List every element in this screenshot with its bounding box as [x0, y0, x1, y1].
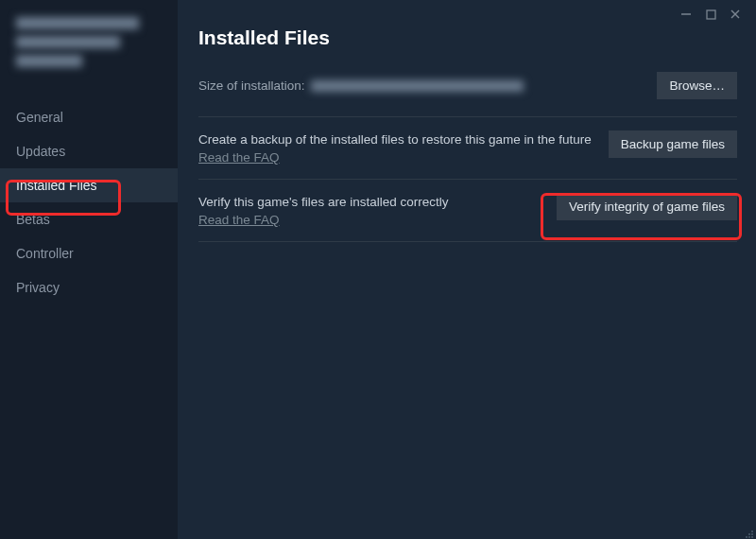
close-button[interactable]	[728, 7, 743, 22]
sidebar-item-updates[interactable]: Updates	[0, 134, 178, 168]
sidebar-item-installed-files[interactable]: Installed Files	[0, 168, 178, 202]
sidebar-item-controller[interactable]: Controller	[0, 236, 178, 270]
backup-faq-link[interactable]: Read the FAQ	[198, 150, 280, 165]
size-value-redacted	[311, 80, 524, 92]
verify-section: Verify this game's files are installed c…	[198, 179, 737, 242]
svg-point-4	[751, 530, 753, 532]
verify-desc: Verify this game's files are installed c…	[198, 193, 545, 211]
svg-point-9	[751, 536, 753, 538]
svg-point-8	[748, 536, 750, 538]
browse-button[interactable]: Browse…	[657, 72, 737, 99]
minimize-button[interactable]	[679, 7, 694, 22]
resize-grip[interactable]	[743, 526, 754, 537]
backup-game-files-button[interactable]: Backup game files	[609, 130, 737, 158]
svg-point-7	[746, 536, 747, 538]
verify-faq-link[interactable]: Read the FAQ	[198, 213, 280, 227]
page-title: Installed Files	[198, 26, 737, 49]
sidebar-item-general[interactable]: General	[0, 100, 178, 134]
sidebar: General Updates Installed Files Betas Co…	[0, 0, 178, 539]
maximize-button[interactable]	[703, 7, 718, 22]
size-row: Size of installation: Browse…	[198, 72, 737, 99]
sidebar-item-betas[interactable]: Betas	[0, 202, 178, 236]
properties-window: General Updates Installed Files Betas Co…	[0, 0, 756, 539]
sidebar-items: General Updates Installed Files Betas Co…	[0, 100, 178, 304]
size-label: Size of installation:	[198, 78, 305, 93]
main-panel: Installed Files Size of installation: Br…	[178, 0, 756, 539]
svg-rect-1	[707, 10, 715, 19]
svg-point-6	[751, 533, 753, 535]
sidebar-item-privacy[interactable]: Privacy	[0, 270, 178, 304]
svg-point-5	[748, 533, 750, 535]
backup-section: Create a backup of the installed files t…	[198, 116, 737, 179]
game-title	[0, 17, 178, 93]
backup-desc: Create a backup of the installed files t…	[198, 130, 597, 148]
verify-integrity-button[interactable]: Verify integrity of game files	[557, 193, 737, 220]
window-titlebar	[665, 0, 756, 28]
